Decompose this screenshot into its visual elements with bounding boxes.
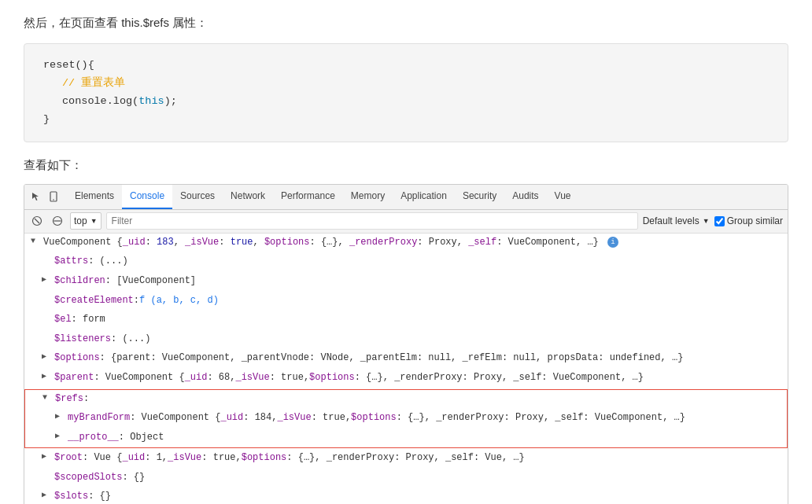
levels-label: Default levels	[643, 215, 699, 226]
toggle-parent[interactable]	[42, 370, 53, 384]
listeners-key: $listeners	[54, 331, 111, 348]
tab-elements-label: Elements	[75, 190, 114, 201]
toggle-mybrandform[interactable]	[55, 410, 66, 424]
console-line-slots[interactable]: $slots: {}	[24, 487, 788, 504]
listeners-val: : (...)	[111, 331, 150, 348]
code-line3-pre: console.log(	[62, 95, 138, 107]
el-val: : form	[72, 311, 105, 329]
options-val: : {parent: VueComponent, _parentVnode: V…	[100, 350, 684, 367]
mobile-icon[interactable]	[46, 189, 61, 204]
console-line-el[interactable]: $el: form	[24, 311, 788, 330]
proto-key: __proto__	[68, 429, 119, 447]
tab-performance-label: Performance	[281, 190, 335, 201]
parent-val: : VueComponent {	[94, 370, 184, 387]
console-output: VueComponent {_uid: 183, _isVue: true, $…	[24, 234, 788, 504]
tab-network[interactable]: Network	[223, 184, 273, 209]
tab-memory-label: Memory	[351, 190, 385, 201]
toggle-refs[interactable]	[42, 391, 54, 405]
console-line-children[interactable]: $children: [VueComponent]	[24, 272, 788, 292]
code-line4: }	[43, 113, 50, 125]
info-icon[interactable]: i	[607, 237, 618, 248]
code-this: this	[138, 95, 164, 107]
group-similar-label: Group similar	[727, 215, 783, 226]
clear-console-icon[interactable]	[29, 213, 45, 229]
devtools-panel: Elements Console Sources Network Perform…	[24, 184, 788, 504]
root-val: : Vue {	[83, 450, 122, 467]
console-line-refs[interactable]: $refs:	[25, 390, 787, 410]
scopedslots-val: : {}	[122, 469, 145, 487]
attrs-val: : (...)	[88, 253, 127, 270]
children-val: : [VueComponent]	[105, 273, 196, 290]
tab-sources-label: Sources	[180, 190, 215, 201]
console-line-mybrandform[interactable]: myBrandForm: VueComponent {_uid: 184, _i…	[25, 409, 787, 429]
proto-val: : Object	[119, 429, 164, 447]
console-line-scopedslots[interactable]: $scopedSlots: {}	[24, 469, 788, 488]
section-label: 查看如下：	[24, 158, 788, 173]
refs-colon: :	[83, 391, 89, 408]
console-line-attrs[interactable]: $attrs: (...)	[24, 252, 788, 272]
devtools-tab-bar: Elements Console Sources Network Perform…	[24, 185, 788, 210]
block-icon[interactable]	[50, 213, 65, 229]
tab-application-label: Application	[400, 190, 447, 201]
group-similar-check[interactable]	[714, 216, 725, 226]
toggle-root[interactable]	[42, 450, 53, 464]
toggle-slots[interactable]	[42, 488, 53, 502]
devtools-toolbar: top ▼ Default levels ▼ Group similar	[24, 210, 788, 234]
createelement-val: :	[134, 292, 139, 310]
code-line2: // 重置表单	[62, 77, 125, 89]
attrs-key: $attrs	[54, 253, 88, 270]
tab-console[interactable]: Console	[122, 184, 172, 209]
tab-security-label: Security	[463, 190, 496, 201]
cursor-icon[interactable]	[29, 189, 43, 204]
toolbar-right: Default levels ▼ Group similar	[643, 215, 783, 226]
tab-network-label: Network	[231, 190, 265, 201]
refs-key: $refs	[55, 391, 83, 408]
toggle-proto[interactable]	[55, 429, 66, 443]
tab-vue[interactable]: Vue	[547, 184, 579, 209]
console-line-root[interactable]: $root: Vue {_uid: 1, _isVue: true, $opti…	[24, 449, 788, 469]
slots-key: $slots	[54, 488, 88, 504]
toggle-vuecomponent[interactable]	[31, 234, 42, 248]
el-key: $el	[54, 311, 72, 329]
createelement-key: $createElement	[54, 292, 134, 310]
children-key: $children	[54, 273, 105, 290]
intro-text: 然后，在页面查看 this.$refs 属性：	[24, 16, 788, 31]
tab-performance[interactable]: Performance	[273, 184, 343, 209]
toggle-children[interactable]	[42, 273, 53, 287]
console-line-listeners[interactable]: $listeners: (...)	[24, 330, 788, 350]
toggle-options[interactable]	[42, 350, 53, 364]
mybrandform-key: myBrandForm	[68, 410, 130, 427]
console-line-vuecomponent[interactable]: VueComponent {_uid: 183, _isVue: true, $…	[24, 234, 788, 253]
scopedslots-key: $scopedSlots	[54, 469, 122, 487]
code-line1: reset(){	[43, 59, 94, 71]
options-key: $options	[54, 350, 100, 367]
tab-console-label: Console	[130, 190, 164, 201]
tab-audits[interactable]: Audits	[504, 184, 546, 209]
mybrandform-val: : VueComponent {	[130, 410, 220, 427]
console-line-createelement[interactable]: $createElement: f (a, b, c, d)	[24, 292, 788, 311]
group-similar-checkbox[interactable]: Group similar	[714, 215, 783, 226]
tab-security[interactable]: Security	[455, 184, 504, 209]
svg-line-3	[35, 219, 39, 223]
chevron-down-icon: ▼	[90, 217, 98, 225]
console-line-parent[interactable]: $parent: VueComponent {_uid: 68, _isVue:…	[24, 369, 788, 388]
console-line-proto[interactable]: __proto__: Object	[25, 429, 787, 448]
tab-audits-label: Audits	[512, 190, 538, 201]
levels-chevron-icon: ▼	[703, 217, 710, 225]
console-line-options[interactable]: $options: {parent: VueComponent, _parent…	[24, 349, 788, 369]
tab-memory[interactable]: Memory	[343, 184, 393, 209]
filter-input[interactable]	[106, 212, 638, 230]
vuecomponent-text: VueComponent {_uid: 183, _isVue: true, $…	[43, 234, 618, 252]
tab-application[interactable]: Application	[393, 184, 455, 209]
context-value: top	[74, 215, 87, 226]
tab-sources[interactable]: Sources	[172, 184, 223, 209]
code-block: reset(){ // 重置表单 console.log(this); }	[24, 43, 788, 142]
svg-point-1	[53, 199, 54, 200]
code-line3-post: );	[164, 95, 177, 107]
refs-box: $refs: myBrandForm: VueComponent {_uid: …	[24, 389, 788, 449]
slots-val: : {}	[88, 488, 111, 504]
levels-dropdown[interactable]: Default levels ▼	[643, 215, 710, 226]
context-selector[interactable]: top ▼	[70, 212, 102, 230]
tab-elements[interactable]: Elements	[67, 184, 122, 209]
parent-key: $parent	[54, 370, 94, 387]
